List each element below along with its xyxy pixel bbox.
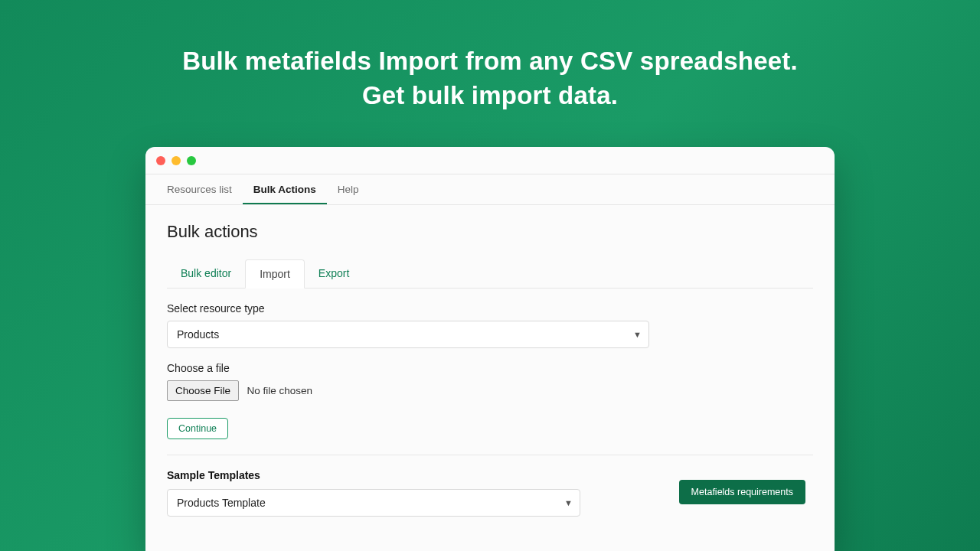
page-title: Bulk actions — [167, 222, 813, 242]
choose-file-button[interactable]: Choose File — [167, 380, 239, 401]
sub-tabs: Bulk editor Import Export — [167, 259, 813, 289]
sample-template-select[interactable]: Products Template ▼ — [167, 489, 580, 517]
file-status-text: No file chosen — [247, 385, 313, 396]
subtab-import[interactable]: Import — [245, 259, 305, 289]
resource-type-value: Products — [167, 321, 649, 348]
window-titlebar — [145, 147, 835, 174]
import-panel: Select resource type Products ▼ Choose a… — [167, 289, 813, 517]
app-window: Resources list Bulk Actions Help Bulk ac… — [145, 147, 835, 551]
hero-headline: Bulk metafields Import from any CSV spre… — [0, 0, 980, 112]
hero-background: Bulk metafields Import from any CSV spre… — [0, 0, 980, 551]
subtab-export[interactable]: Export — [305, 259, 363, 289]
tab-help[interactable]: Help — [327, 174, 370, 204]
sample-templates-col: Sample Templates Products Template ▼ — [167, 469, 580, 517]
section-divider — [167, 455, 813, 455]
close-icon[interactable] — [156, 156, 165, 165]
hero-line-1: Bulk metafields Import from any CSV spre… — [0, 44, 980, 79]
file-input-row: Choose File No file chosen — [167, 380, 813, 401]
sample-templates-label: Sample Templates — [167, 469, 580, 481]
resource-type-select[interactable]: Products ▼ — [167, 321, 649, 348]
hero-line-2: Get bulk import data. — [0, 79, 980, 113]
file-label: Choose a file — [167, 362, 813, 374]
sample-template-value: Products Template — [167, 489, 580, 517]
sample-templates-row: Sample Templates Products Template ▼ Met… — [167, 469, 813, 517]
resource-type-label: Select resource type — [167, 302, 813, 315]
top-tabs: Resources list Bulk Actions Help — [145, 174, 835, 205]
tab-resources-list[interactable]: Resources list — [156, 174, 243, 204]
tab-bulk-actions[interactable]: Bulk Actions — [243, 174, 327, 204]
minimize-icon[interactable] — [172, 156, 181, 165]
content-area: Bulk actions Bulk editor Import Export S… — [145, 205, 835, 517]
metafields-requirements-button[interactable]: Metafields requirements — [679, 480, 805, 504]
continue-button[interactable]: Continue — [167, 418, 228, 439]
maximize-icon[interactable] — [187, 156, 196, 165]
subtab-bulk-editor[interactable]: Bulk editor — [167, 259, 245, 289]
